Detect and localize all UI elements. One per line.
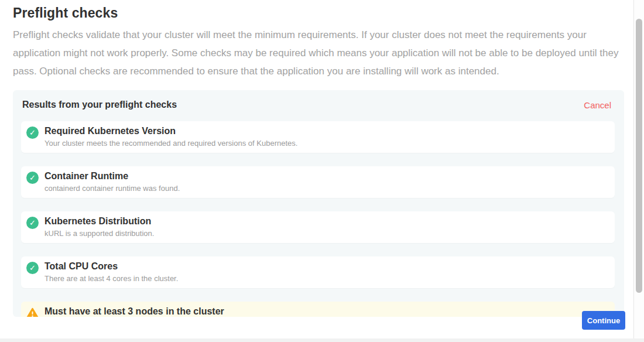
scrollbar bbox=[634, 0, 644, 342]
preflight-checks-page: Preflight checks Preflight checks valida… bbox=[0, 0, 644, 342]
check-card: ✓ Container Runtime containerd container… bbox=[21, 166, 615, 198]
check-detail: There are at least 4 cores in the cluste… bbox=[44, 274, 178, 283]
warning-triangle-icon bbox=[26, 307, 39, 317]
check-circle-icon: ✓ bbox=[26, 126, 39, 139]
check-detail: containerd container runtime was found. bbox=[44, 184, 180, 193]
check-title: Container Runtime bbox=[44, 170, 180, 182]
bottom-edge-strip bbox=[0, 338, 644, 342]
results-panel: Results from your preflight checks Cance… bbox=[13, 90, 624, 317]
check-card: ✓ Total CPU Cores There are at least 4 c… bbox=[21, 256, 615, 288]
check-text: Total CPU Cores There are at least 4 cor… bbox=[44, 261, 178, 283]
check-detail: Your cluster meets the recommended and r… bbox=[44, 139, 297, 148]
check-list: ✓ Required Kubernetes Version Your clust… bbox=[21, 121, 615, 317]
check-text: Kubernetes Distribution kURL is a suppor… bbox=[44, 216, 154, 238]
check-title: Must have at least 3 nodes in the cluste… bbox=[44, 306, 224, 317]
check-text: Container Runtime containerd container r… bbox=[44, 170, 180, 193]
check-title: Required Kubernetes Version bbox=[44, 125, 297, 136]
main-content: Preflight checks Preflight checks valida… bbox=[0, 0, 634, 342]
cancel-link[interactable]: Cancel bbox=[584, 100, 611, 110]
continue-button[interactable]: Continue bbox=[582, 311, 625, 330]
check-title: Kubernetes Distribution bbox=[44, 216, 154, 227]
check-text: Must have at least 3 nodes in the cluste… bbox=[44, 306, 224, 317]
results-panel-header: Results from your preflight checks Cance… bbox=[21, 100, 615, 110]
results-heading: Results from your preflight checks bbox=[22, 100, 177, 110]
check-title: Total CPU Cores bbox=[44, 261, 178, 272]
check-card: ✓ Kubernetes Distribution kURL is a supp… bbox=[21, 211, 615, 243]
check-circle-icon: ✓ bbox=[26, 217, 39, 229]
page-description: Preflight checks validate that your clus… bbox=[13, 26, 622, 80]
check-card: Must have at least 3 nodes in the cluste… bbox=[21, 302, 615, 317]
check-circle-icon: ✓ bbox=[26, 262, 39, 274]
check-detail: kURL is a supported distribution. bbox=[44, 229, 154, 238]
check-card: ✓ Required Kubernetes Version Your clust… bbox=[21, 121, 615, 153]
scrollbar-thumb[interactable] bbox=[636, 19, 642, 293]
check-text: Required Kubernetes Version Your cluster… bbox=[44, 125, 297, 148]
page-title: Preflight checks bbox=[13, 5, 633, 21]
check-circle-icon: ✓ bbox=[26, 172, 39, 184]
